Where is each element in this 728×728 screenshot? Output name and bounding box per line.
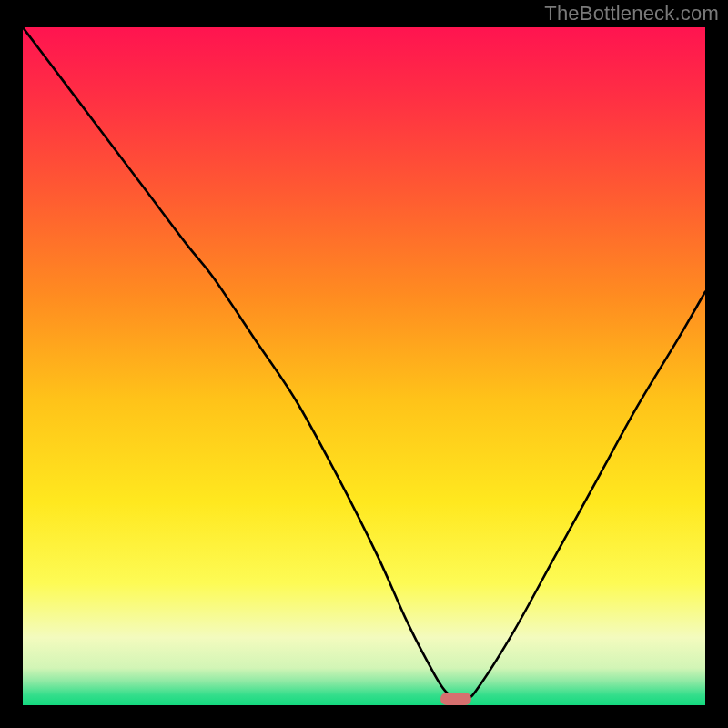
chart-frame: TheBottleneck.com xyxy=(0,0,728,728)
optimal-marker xyxy=(440,693,471,705)
plot-area xyxy=(23,27,705,705)
watermark-text: TheBottleneck.com xyxy=(544,2,719,25)
plot-svg xyxy=(23,27,705,705)
gradient-background xyxy=(23,27,705,705)
